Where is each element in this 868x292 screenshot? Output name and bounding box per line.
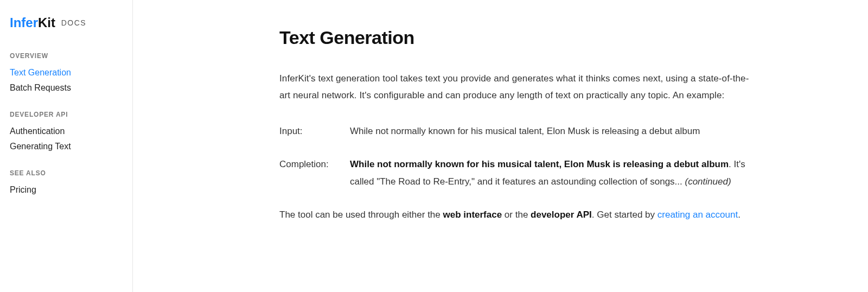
example-completion-text: While not normally known for his musical… (350, 156, 751, 190)
main-content: Text Generation InferKit's text generati… (133, 0, 784, 292)
completion-continued: (continued) (685, 176, 731, 187)
example-input-row: Input: While not normally known for his … (279, 123, 751, 139)
page-title: Text Generation (279, 27, 751, 48)
sidebar-item-generating-text[interactable]: Generating Text (10, 139, 123, 154)
nav-heading: DEVELOPER API (10, 111, 123, 118)
completion-bold-prefix: While not normally known for his musical… (350, 159, 729, 169)
logo-part-kit: Kit (38, 15, 55, 30)
logo-docs-label: DOCS (61, 18, 86, 27)
logo[interactable]: InferKit DOCS (10, 15, 123, 30)
footer-seg-1: The tool can be used through either the (279, 210, 443, 220)
intro-paragraph: InferKit's text generation tool takes te… (279, 70, 751, 104)
nav-heading: SEE ALSO (10, 169, 123, 177)
sidebar-item-pricing[interactable]: Pricing (10, 182, 123, 198)
sidebar-item-text-generation[interactable]: Text Generation (10, 65, 123, 80)
creating-account-link[interactable]: creating an account (658, 210, 738, 220)
example-completion-label: Completion: (279, 156, 350, 190)
footer-paragraph: The tool can be used through either the … (279, 206, 751, 223)
web-interface-text: web interface (443, 210, 502, 220)
example-completion-row: Completion: While not normally known for… (279, 156, 751, 190)
nav-section-developer-api: DEVELOPER API Authentication Generating … (10, 111, 123, 154)
nav-heading: OVERVIEW (10, 52, 123, 60)
footer-seg-2: or the (502, 210, 531, 220)
sidebar: InferKit DOCS OVERVIEW Text Generation B… (0, 0, 133, 292)
footer-seg-4: . (738, 210, 741, 220)
footer-seg-3: . Get started by (592, 210, 658, 220)
logo-part-infer: Infer (10, 15, 38, 30)
sidebar-item-batch-requests[interactable]: Batch Requests (10, 80, 123, 96)
nav-section-overview: OVERVIEW Text Generation Batch Requests (10, 52, 123, 96)
developer-api-link[interactable]: developer API (531, 210, 592, 220)
example-input-text: While not normally known for his musical… (350, 123, 751, 139)
sidebar-item-authentication[interactable]: Authentication (10, 124, 123, 139)
example-input-label: Input: (279, 123, 350, 139)
nav-section-see-also: SEE ALSO Pricing (10, 169, 123, 198)
